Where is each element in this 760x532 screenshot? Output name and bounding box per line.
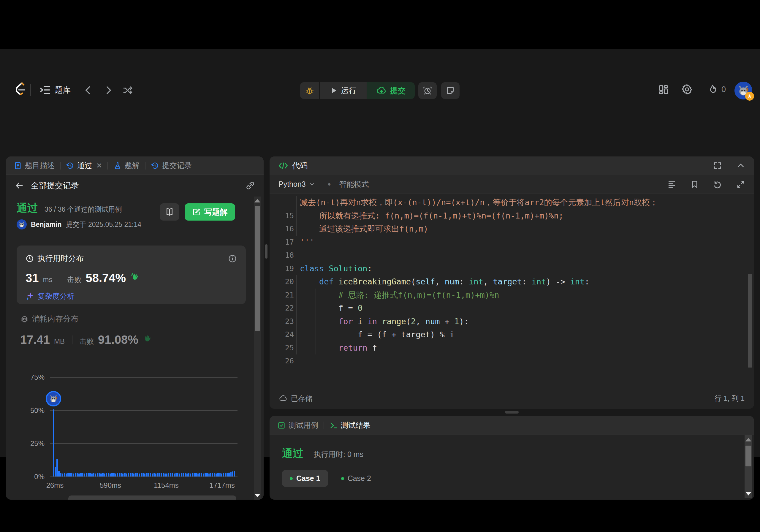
histogram-bar[interactable] [141, 473, 142, 476]
histogram-bar[interactable] [76, 473, 78, 476]
histogram-bar[interactable] [128, 473, 129, 476]
histogram-bar[interactable] [168, 473, 169, 476]
user-avatar[interactable]: ★ [735, 82, 752, 99]
histogram-bar[interactable] [214, 473, 215, 476]
scroll-up-arrow[interactable] [745, 438, 751, 441]
histogram-bar[interactable] [53, 410, 54, 476]
histogram-bar[interactable] [71, 473, 72, 476]
histogram-bar[interactable] [131, 473, 133, 476]
histogram-bar[interactable] [209, 473, 210, 476]
histogram-bar[interactable] [73, 473, 74, 476]
code-line[interactable]: 22 f = 0 [269, 302, 754, 315]
histogram-bar[interactable] [206, 473, 208, 476]
histogram-bar[interactable] [148, 473, 149, 476]
histogram-bar[interactable] [78, 473, 79, 476]
language-selector[interactable]: Python3 [278, 180, 315, 188]
tab-accepted[interactable]: 通过 ✕ [66, 161, 102, 170]
histogram-bar[interactable] [60, 473, 62, 476]
histogram-bar[interactable] [146, 473, 147, 476]
histogram-bar[interactable] [155, 473, 157, 476]
histogram-bar[interactable] [69, 473, 71, 476]
complexity-analysis-link[interactable]: 复杂度分析 [25, 291, 237, 301]
left-panel-scrollbar[interactable] [254, 197, 261, 500]
histogram-bar[interactable] [82, 473, 83, 476]
view-solutions-button[interactable] [160, 203, 179, 220]
tab-problem-description[interactable]: 题目描述 [14, 161, 55, 170]
link-icon[interactable] [245, 180, 255, 191]
close-tab-icon[interactable]: ✕ [96, 162, 102, 170]
histogram-bar[interactable] [144, 473, 145, 476]
histogram-bar[interactable] [165, 473, 166, 476]
histogram-bar[interactable] [205, 473, 206, 476]
bookmark-button[interactable] [690, 180, 699, 188]
histogram-bar[interactable] [177, 473, 178, 476]
histogram-bar[interactable] [194, 473, 195, 476]
vertical-split-handle[interactable] [265, 244, 267, 259]
histogram-bar[interactable] [219, 473, 220, 476]
histogram-bar[interactable] [66, 473, 67, 476]
histogram-bar[interactable] [64, 473, 65, 476]
histogram-bar[interactable] [99, 473, 100, 476]
histogram-bar[interactable] [174, 473, 175, 476]
histogram-bar[interactable] [170, 473, 171, 476]
histogram-bar[interactable] [203, 473, 204, 476]
histogram-bar[interactable] [117, 473, 118, 476]
streak-counter[interactable]: 0 [707, 83, 726, 95]
histogram-bar[interactable] [223, 473, 224, 476]
scroll-up-arrow[interactable] [255, 199, 261, 203]
format-code-button[interactable] [667, 180, 676, 189]
histogram-bar[interactable] [195, 473, 197, 476]
case-1-tab[interactable]: Case 1 [282, 470, 328, 487]
scrollbar-thumb[interactable] [255, 206, 260, 331]
histogram-bar[interactable] [130, 473, 131, 476]
code-line[interactable]: 26 [269, 355, 754, 368]
histogram-bar[interactable] [166, 473, 167, 476]
histogram-bar[interactable] [93, 473, 94, 476]
histogram-bar[interactable] [104, 473, 105, 476]
leetcode-logo[interactable] [14, 81, 26, 96]
histogram-bar[interactable] [68, 473, 69, 476]
histogram-bar[interactable] [225, 473, 226, 476]
back-arrow-icon[interactable] [14, 180, 24, 191]
code-line[interactable]: 23 for i in range(2, num + 1): [269, 315, 754, 328]
histogram-bar[interactable] [226, 473, 228, 476]
notes-button[interactable] [441, 82, 459, 99]
histogram-bar[interactable] [137, 473, 138, 476]
histogram-bar[interactable] [181, 473, 182, 476]
histogram-bar[interactable] [152, 473, 153, 476]
histogram-bar[interactable] [119, 473, 120, 476]
code-line[interactable]: 16 通过该递推式即可求出f(n,m) [269, 222, 754, 236]
histogram-bar[interactable] [111, 473, 113, 476]
histogram-bar[interactable] [139, 473, 140, 476]
code-line[interactable]: 减去(n-t)再对n求模，即(x-(n-t))/n=(x+t)/n，等价于将ar… [269, 196, 754, 209]
code-line[interactable]: 17''' [269, 236, 754, 249]
histogram-bar[interactable] [106, 473, 107, 476]
smart-mode-label[interactable]: 智能模式 [339, 179, 369, 189]
histogram-bar[interactable] [150, 473, 151, 476]
write-solution-button[interactable]: 写题解 [185, 203, 235, 220]
histogram-bar[interactable] [108, 473, 109, 476]
histogram-bar[interactable] [133, 473, 134, 476]
histogram-bar[interactable] [186, 473, 188, 476]
histogram-bar[interactable] [210, 473, 212, 476]
timer-button[interactable] [418, 82, 437, 99]
histogram-bar[interactable] [217, 473, 218, 476]
histogram-bar[interactable] [212, 473, 213, 476]
histogram-bar[interactable] [171, 473, 173, 476]
histogram-bar[interactable] [161, 473, 162, 476]
debug-button[interactable] [300, 82, 319, 99]
histogram-bar[interactable] [126, 473, 127, 476]
runtime-histogram-chart[interactable]: 75%50%25%0%26ms590ms1154ms1717ms [6, 364, 263, 495]
histogram-bar[interactable] [135, 473, 136, 476]
histogram-bar[interactable] [157, 473, 158, 476]
scroll-down-arrow[interactable] [745, 492, 751, 496]
histogram-bar[interactable] [163, 473, 164, 476]
histogram-bar[interactable] [199, 473, 200, 476]
histogram-bar[interactable] [75, 473, 76, 476]
layout-switcher-button[interactable] [658, 84, 669, 95]
fullscreen-button[interactable] [713, 161, 722, 170]
histogram-bar[interactable] [80, 473, 81, 476]
problem-list-button[interactable]: 题库 [39, 84, 71, 96]
next-problem-button[interactable] [103, 85, 114, 95]
user-position-marker[interactable] [46, 391, 61, 407]
